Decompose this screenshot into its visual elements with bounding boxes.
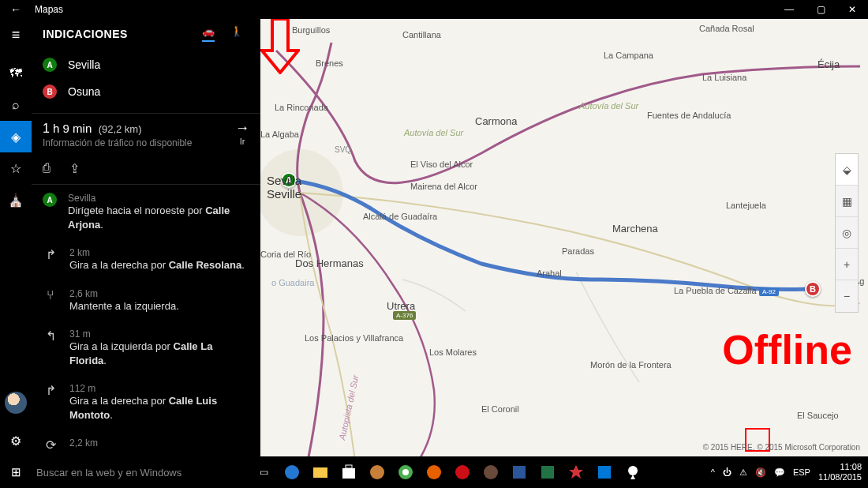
arrow-left-icon: ← xyxy=(10,3,21,16)
tray-language[interactable]: ESP xyxy=(793,467,810,477)
step-turn-icon: ↱ xyxy=(43,247,58,272)
plus-icon: + xyxy=(844,258,850,271)
step-distance: Sevilla xyxy=(68,193,249,204)
nav-search[interactable]: ⌕ xyxy=(0,89,32,121)
nav-3d[interactable]: ⛪ xyxy=(0,184,32,216)
settings-icon xyxy=(596,464,613,481)
waypoint-b-label: Osuna xyxy=(68,85,100,98)
map-locate[interactable]: ◎ xyxy=(836,217,858,249)
nav-favorites[interactable]: ☆ xyxy=(0,152,32,184)
map-zoom-in[interactable]: + xyxy=(836,249,858,280)
taskbar-opera[interactable] xyxy=(450,460,475,485)
task-view-button[interactable]: ▭ xyxy=(251,460,276,485)
tray-clock[interactable]: 11:08 11/08/2015 xyxy=(818,462,862,482)
mode-car[interactable]: 🚗 xyxy=(202,25,215,42)
go-label: Ir xyxy=(235,137,249,146)
map-zoom-out[interactable]: − xyxy=(836,280,858,312)
close-button[interactable]: ✕ xyxy=(836,4,868,15)
chrome-icon xyxy=(397,464,414,481)
map-label: Sevilla xyxy=(267,174,301,187)
map-canvas[interactable]: A B Burguillos Brenes La Rinconada La Al… xyxy=(260,19,868,456)
start-button[interactable]: ⊞ xyxy=(0,465,32,479)
map-label: La Rinconada xyxy=(275,103,328,112)
taskbar-explorer[interactable] xyxy=(308,460,333,485)
user-avatar[interactable] xyxy=(5,392,27,414)
waypoint-a[interactable]: A Sevilla xyxy=(43,51,249,78)
svg-point-8 xyxy=(402,469,409,475)
offline-arrow-icon xyxy=(260,19,300,74)
back-button[interactable]: ← xyxy=(0,3,32,16)
maximize-button[interactable]: ▢ xyxy=(805,4,836,15)
taskbar-firefox[interactable] xyxy=(421,460,447,485)
offline-highlight-box xyxy=(745,428,770,452)
step-instruction: Gira a la izquierda por Calle La Florida… xyxy=(69,340,249,367)
tray-wifi[interactable]: ⚠ xyxy=(739,467,747,478)
taskbar-settings[interactable] xyxy=(592,460,617,485)
tray-power[interactable]: ⏻ xyxy=(723,467,731,477)
direction-step[interactable]: ⟳2,2 km xyxy=(32,430,260,456)
taskbar-search[interactable]: Buscar en la web y en Windows xyxy=(32,467,245,479)
go-button[interactable]: → Ir xyxy=(235,120,249,146)
taskbar-maps[interactable] xyxy=(620,460,645,485)
map-compass[interactable]: ⬙ xyxy=(836,154,858,186)
svg-rect-13 xyxy=(541,466,554,479)
map-label: El Coronil xyxy=(481,404,519,414)
nav-settings[interactable]: ⚙ xyxy=(0,425,32,456)
print-button[interactable]: ⎙ xyxy=(43,161,51,176)
map-marker-b[interactable]: B xyxy=(805,281,821,297)
mode-walk[interactable]: 🚶 xyxy=(230,25,243,42)
taskbar-app1[interactable] xyxy=(365,460,390,485)
firefox-icon xyxy=(425,464,443,481)
direction-step[interactable]: ⑂2,6 kmMantente a la izquierda. xyxy=(32,280,260,321)
step-instruction: Mantente a la izquierda. xyxy=(69,299,249,313)
tray-notifications[interactable]: 💬 xyxy=(774,467,785,478)
direction-step[interactable]: ASevillaDirígete hacia el noroeste por C… xyxy=(32,185,260,239)
waypoint-a-label: Sevilla xyxy=(68,58,100,71)
taskbar-app3[interactable] xyxy=(563,460,589,485)
svg-point-10 xyxy=(455,465,470,479)
map-label: Autovía del Sur xyxy=(579,101,638,111)
minimize-button[interactable]: — xyxy=(773,4,805,15)
map-view-mode[interactable]: ▦ xyxy=(836,186,858,217)
taskbar-word[interactable] xyxy=(507,460,532,485)
task-view-icon: ▭ xyxy=(260,467,268,478)
taskbar-edge[interactable] xyxy=(279,460,305,485)
map-label: Cantillana xyxy=(402,30,441,39)
nav-directions[interactable]: ◈ xyxy=(0,121,32,152)
map-label: Carmona xyxy=(475,115,517,127)
arrow-right-icon: → xyxy=(235,120,249,137)
step-badge-a: A xyxy=(43,193,57,207)
taskbar-chrome[interactable] xyxy=(393,460,418,485)
summary-min-unit: min xyxy=(73,122,92,135)
step-distance: 112 m xyxy=(69,383,249,394)
direction-step[interactable]: ↱112 mGira a la derecha por Calle Luis M… xyxy=(32,375,260,430)
word-icon xyxy=(511,464,528,481)
minus-icon: − xyxy=(844,290,850,302)
map-icon: 🗺 xyxy=(9,66,22,81)
folder-icon xyxy=(312,464,329,481)
excel-icon xyxy=(539,464,556,481)
direction-step[interactable]: ↰31 mGira a la izquierda por Calle La Fl… xyxy=(32,321,260,375)
nav-map[interactable]: 🗺 xyxy=(0,58,32,89)
map-label: Fuentes de Andalucía xyxy=(647,111,731,120)
directions-icon: ◈ xyxy=(11,130,21,145)
map-label: Lantejuela xyxy=(726,201,766,210)
edge-icon xyxy=(283,464,301,481)
step-distance: 2 km xyxy=(69,247,249,258)
wifi-off-icon: ⚠ xyxy=(739,467,747,477)
map-label: Marchena xyxy=(612,223,658,235)
direction-step[interactable]: ↱2 kmGira a la derecha por Calle Resolan… xyxy=(32,239,260,280)
star-icon: ☆ xyxy=(10,161,21,176)
taskbar-store[interactable] xyxy=(336,460,361,485)
taskbar-excel[interactable] xyxy=(535,460,560,485)
tray-volume[interactable]: 🔇 xyxy=(755,467,766,478)
map-label: o Guadaira xyxy=(271,278,314,287)
app-icon xyxy=(482,464,499,481)
route-summary[interactable]: 1 h 9 min (92,2 km) Información de tráfi… xyxy=(32,113,260,156)
hamburger-button[interactable]: ≡ xyxy=(12,27,21,43)
share-button[interactable]: ⇪ xyxy=(69,161,80,176)
tray-chevron[interactable]: ^ xyxy=(711,467,715,477)
map-label: Seville xyxy=(267,187,301,201)
taskbar-app2[interactable] xyxy=(478,460,503,485)
waypoint-b[interactable]: B Osuna xyxy=(43,78,249,105)
